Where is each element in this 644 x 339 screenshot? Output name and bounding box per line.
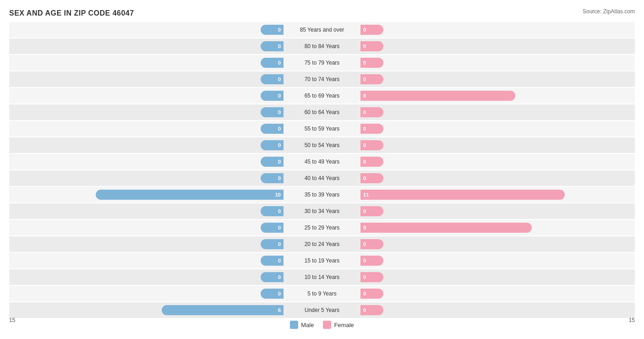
female-bar: 0 xyxy=(360,25,383,35)
female-bar: 0 xyxy=(360,206,383,216)
male-bar: 0 xyxy=(261,239,284,249)
female-bar: 11 xyxy=(360,190,565,200)
chart-row: 0 10 to 14 Years 0 xyxy=(9,269,635,285)
chart-row: 6 Under 5 Years 0 xyxy=(9,302,635,318)
right-section: 0 xyxy=(359,253,635,268)
female-bar: 0 xyxy=(360,256,383,266)
chart-row: 0 25 to 29 Years 9 xyxy=(9,220,635,235)
right-section: 0 xyxy=(359,236,635,252)
legend-male-box xyxy=(290,321,298,329)
axis-right-label: 15 xyxy=(629,317,635,329)
right-section: 0 xyxy=(359,269,635,285)
age-label: 10 to 14 Years xyxy=(285,274,359,280)
right-section: 0 xyxy=(359,203,635,219)
male-bar: 0 xyxy=(261,91,284,101)
male-bar: 0 xyxy=(261,41,284,51)
male-bar: 0 xyxy=(261,58,284,68)
age-label: 70 to 74 Years xyxy=(285,76,359,82)
legend-female: Female xyxy=(323,321,354,329)
female-bar: 0 xyxy=(360,305,383,315)
right-section: 0 xyxy=(359,137,635,153)
left-section: 0 xyxy=(9,220,285,235)
male-bar: 0 xyxy=(261,157,284,167)
chart-title: SEX AND AGE IN ZIP CODE 46047 xyxy=(9,9,635,17)
male-bar: 0 xyxy=(261,124,284,134)
right-section: 0 xyxy=(359,55,635,71)
axis-left-label: 15 xyxy=(9,317,15,329)
age-label: 50 to 54 Years xyxy=(285,142,359,148)
female-bar: 0 xyxy=(360,41,383,51)
chart-row: 0 30 to 34 Years 0 xyxy=(9,203,635,219)
left-section: 0 xyxy=(9,253,285,268)
chart-row: 0 65 to 69 Years 8 xyxy=(9,88,635,104)
female-bar: 0 xyxy=(360,74,383,84)
age-label: 55 to 59 Years xyxy=(285,126,359,132)
chart-row: 0 55 to 59 Years 0 xyxy=(9,121,635,137)
chart-row: 0 80 to 84 Years 0 xyxy=(9,38,635,54)
male-bar: 0 xyxy=(261,272,284,282)
left-section: 0 xyxy=(9,269,285,285)
legend-male: Male xyxy=(290,321,314,329)
female-bar: 8 xyxy=(360,91,515,101)
chart-row: 0 70 to 74 Years 0 xyxy=(9,71,635,87)
female-bar: 0 xyxy=(360,272,383,282)
male-bar: 0 xyxy=(261,107,284,117)
age-label: Under 5 Years xyxy=(285,307,359,313)
female-bar: 0 xyxy=(360,157,383,167)
chart-row: 0 5 to 9 Years 0 xyxy=(9,286,635,301)
right-section: 0 xyxy=(359,38,635,54)
legend-female-label: Female xyxy=(334,322,354,328)
age-label: 65 to 69 Years xyxy=(285,93,359,99)
age-label: 80 to 84 Years xyxy=(285,43,359,49)
left-section: 0 xyxy=(9,170,285,186)
right-section: 8 xyxy=(359,88,635,104)
chart-row: 0 40 to 44 Years 0 xyxy=(9,170,635,186)
left-section: 0 xyxy=(9,121,285,137)
chart-row: 0 20 to 24 Years 0 xyxy=(9,236,635,252)
male-bar: 0 xyxy=(261,140,284,150)
right-section: 0 xyxy=(359,170,635,186)
male-bar: 0 xyxy=(261,173,284,183)
right-section: 0 xyxy=(359,154,635,170)
legend: Male Female xyxy=(290,321,354,329)
male-bar: 6 xyxy=(162,305,284,315)
chart-container: SEX AND AGE IN ZIP CODE 46047 Source: Zi… xyxy=(0,0,644,339)
age-label: 30 to 34 Years xyxy=(285,208,359,214)
age-label: 20 to 24 Years xyxy=(285,241,359,247)
male-bar: 0 xyxy=(261,289,284,299)
right-section: 9 xyxy=(359,220,635,235)
male-bar: 10 xyxy=(96,190,284,200)
right-section: 0 xyxy=(359,286,635,301)
source-label: Source: ZipAtlas.com xyxy=(583,8,635,15)
female-bar: 0 xyxy=(360,58,383,68)
chart-row: 0 75 to 79 Years 0 xyxy=(9,55,635,71)
chart-row: 0 85 Years and over 0 xyxy=(9,22,635,38)
age-label: 40 to 44 Years xyxy=(285,175,359,181)
male-bar: 0 xyxy=(261,223,284,233)
axis-labels: 15 Male Female 15 xyxy=(9,317,635,329)
left-section: 0 xyxy=(9,236,285,252)
legend-female-box xyxy=(323,321,331,329)
female-bar: 0 xyxy=(360,173,383,183)
legend-male-label: Male xyxy=(301,322,314,328)
left-section: 0 xyxy=(9,203,285,219)
male-bar: 0 xyxy=(261,256,284,266)
age-label: 5 to 9 Years xyxy=(285,290,359,297)
chart-row: 0 50 to 54 Years 0 xyxy=(9,137,635,153)
chart-row: 0 45 to 49 Years 0 xyxy=(9,154,635,170)
right-section: 11 xyxy=(359,187,635,202)
left-section: 0 xyxy=(9,22,285,38)
age-label: 75 to 79 Years xyxy=(285,60,359,66)
age-label: 45 to 49 Years xyxy=(285,159,359,165)
chart-row: 0 15 to 19 Years 0 xyxy=(9,253,635,268)
age-label: 15 to 19 Years xyxy=(285,257,359,264)
female-bar: 0 xyxy=(360,289,383,299)
chart-row: 10 35 to 39 Years 11 xyxy=(9,187,635,202)
left-section: 0 xyxy=(9,286,285,301)
male-bar: 0 xyxy=(261,25,284,35)
left-section: 0 xyxy=(9,55,285,71)
female-bar: 0 xyxy=(360,239,383,249)
chart-row: 0 60 to 64 Years 0 xyxy=(9,104,635,120)
left-section: 0 xyxy=(9,104,285,120)
female-bar: 0 xyxy=(360,140,383,150)
